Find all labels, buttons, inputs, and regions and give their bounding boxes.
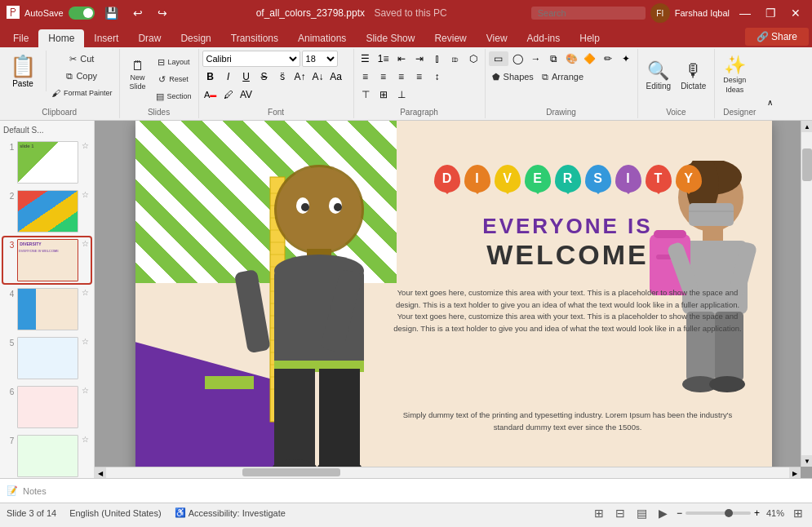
align-top-button[interactable]: ⊤ [357,86,374,103]
quick-styles-button[interactable]: 🎨 [564,51,580,67]
normal-view-button[interactable]: ⊞ [592,506,606,520]
copy-button[interactable]: ⧉Copy [48,68,116,84]
scroll-left-button[interactable]: ◀ [95,467,106,478]
effects-button[interactable]: ✦ [618,51,634,67]
redo-button[interactable]: ↪ [153,5,172,21]
section-button[interactable]: ▤Section [153,88,195,104]
fill-color-button[interactable]: 🔶 [582,51,598,67]
cut-button[interactable]: ✂Cut [48,51,116,67]
slide-thumb-4[interactable]: 4 ☆ [3,286,91,332]
increase-font-button[interactable]: A↑ [292,69,308,85]
line-spacing-button[interactable]: ↕ [429,69,446,85]
zoom-slider[interactable] [686,512,751,515]
tab-view[interactable]: View [477,29,517,47]
slide-thumb-1[interactable]: 1 slide 1 ☆ [3,140,91,185]
font-family-select[interactable]: Calibri [202,51,300,67]
text-direction-button[interactable]: ⎄ [447,51,464,67]
new-slide-button[interactable]: 🗒 NewSlide [123,51,153,100]
align-bottom-button[interactable]: ⊥ [393,86,410,103]
underline-button[interactable]: U [238,69,255,85]
tab-design[interactable]: Design [171,29,220,47]
scroll-thumb-vertical[interactable] [802,148,812,181]
autosave-toggle[interactable] [69,7,95,20]
tab-transitions[interactable]: Transitions [221,29,288,47]
convert-to-smartart-button[interactable]: ⬡ [465,51,481,67]
increase-indent-button[interactable]: ⇥ [411,51,428,67]
columns-button[interactable]: ⫿ [429,51,446,67]
arrange-button[interactable]: ⧉ [546,51,562,67]
tab-addins[interactable]: Add-ins [517,29,570,47]
tab-file[interactable]: File [3,29,38,47]
fit-to-window-button[interactable]: ⊞ [791,506,805,520]
slideshow-view-button[interactable]: ▶ [656,506,670,520]
slide-thumb-3[interactable]: 3 DIVERSITY EVERYONE IS WELCOME ☆ [3,237,91,283]
align-left-button[interactable]: ≡ [357,69,374,85]
shape-rect-button[interactable]: ▭ [489,51,508,66]
scroll-down-button[interactable]: ▼ [801,455,812,467]
tab-animations[interactable]: Animations [288,29,356,47]
justify-button[interactable]: ≡ [411,69,428,85]
font-color-button[interactable]: A▬ [202,86,219,103]
zoom-in-button[interactable]: + [754,507,760,519]
scroll-thumb-horizontal[interactable] [242,468,340,476]
maximize-button[interactable]: ❐ [761,5,781,21]
slide-thumb-5[interactable]: 5 ☆ [3,335,91,381]
undo-button[interactable]: ↩ [128,5,148,21]
scroll-right-button[interactable]: ▶ [789,467,801,478]
format-painter-button[interactable]: 🖌Format Painter [48,85,116,101]
slide-sorter-button[interactable]: ⊟ [613,506,628,520]
search-input[interactable] [531,7,646,20]
notes-area[interactable]: 📝 Notes [0,478,812,503]
align-center-button[interactable]: ≡ [375,69,392,85]
decrease-indent-button[interactable]: ⇤ [393,51,410,67]
tab-insert[interactable]: Insert [84,29,128,47]
vertical-scrollbar[interactable]: ▲ ▼ [801,121,812,467]
minimize-button[interactable]: — [734,5,756,21]
save-button[interactable]: 💾 [100,5,123,21]
slide-thumb-2[interactable]: 2 ☆ [3,188,91,234]
design-ideas-button[interactable]: ✨ DesignIdeas [718,51,751,100]
tab-help[interactable]: Help [570,29,610,47]
clipboard-group-label: Clipboard [0,108,119,117]
align-right-button[interactable]: ≡ [393,69,410,85]
horizontal-scrollbar[interactable]: ◀ ▶ [95,467,801,478]
numbering-button[interactable]: 1≡ [375,51,392,67]
tab-share[interactable]: 🔗 Share [745,28,809,46]
reading-view-button[interactable]: ▤ [634,506,650,520]
dictate-button[interactable]: 🎙 Dictate [676,51,711,100]
accessibility-button[interactable]: ♿ Accessibility: Investigate [175,507,286,518]
zoom-slider-thumb[interactable] [725,509,733,517]
language: English (United States) [69,508,162,518]
outline-color-button[interactable]: ✏ [600,51,616,67]
tab-home[interactable]: Home [38,29,84,47]
reset-button[interactable]: ↺Reset [153,71,195,87]
align-middle-button[interactable]: ⊞ [375,86,392,103]
zoom-out-button[interactable]: − [677,507,682,519]
close-button[interactable]: ✕ [786,5,805,21]
char-spacing-button[interactable]: AV [238,86,255,103]
shapes-button[interactable]: ⬟Shapes [489,69,537,85]
highlight-button[interactable]: 🖊 [220,86,237,103]
bold-button[interactable]: B [202,69,219,85]
tab-slideshow[interactable]: Slide Show [356,29,424,47]
decrease-font-button[interactable]: A↓ [310,69,326,85]
tab-draw[interactable]: Draw [128,29,171,47]
font-size-select[interactable]: 18 [302,51,338,67]
strikethrough-button[interactable]: S [256,69,273,85]
scroll-up-button[interactable]: ▲ [801,121,812,132]
editing-button[interactable]: 🔍 Editing [641,51,677,100]
ribbon-collapse-button[interactable]: ∧ [764,98,775,107]
slide-thumb-6[interactable]: 6 ☆ [3,384,91,430]
tab-review[interactable]: Review [424,29,476,47]
slide-body-text: Your text goes here, customize this area… [388,287,748,335]
clear-format-button[interactable]: Aa [328,69,344,85]
layout-button[interactable]: ⊟Layout [153,54,195,70]
bullets-button[interactable]: ☰ [357,51,374,67]
paste-button[interactable]: 📋 Paste [3,51,42,91]
slide-thumb-7[interactable]: 7 ☆ [3,433,91,478]
arrange-group-button[interactable]: ⧉Arrange [539,69,587,85]
shape-circle-button[interactable]: ◯ [510,51,526,67]
italic-button[interactable]: I [220,69,237,85]
shadow-button[interactable]: s̈ [274,69,291,85]
shape-arrow-button[interactable]: → [528,51,544,67]
